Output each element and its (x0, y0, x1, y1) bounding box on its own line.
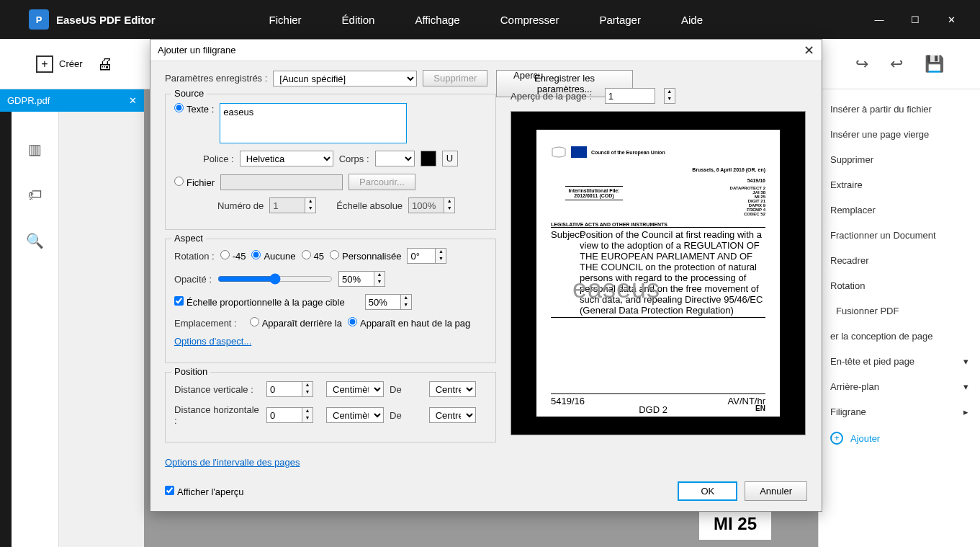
rot-45-label[interactable]: 45 (302, 250, 324, 262)
size-select[interactable] (375, 151, 415, 166)
pages-icon[interactable]: ▥ (28, 141, 42, 158)
panel-crop[interactable]: Recadrer (819, 248, 980, 273)
cancel-button[interactable]: Annuler (745, 481, 807, 501)
vdist-unit-select[interactable]: Centimètres (326, 381, 384, 397)
spin-up-icon[interactable]: ▲ (401, 295, 411, 302)
redo-icon[interactable]: ↪ (855, 55, 868, 74)
spin-down-icon[interactable]: ▼ (444, 205, 454, 213)
panel-split[interactable]: Fractionner un Document (819, 223, 980, 248)
abs-scale-input[interactable] (408, 197, 444, 213)
browse-button[interactable]: Parcourir... (349, 174, 415, 190)
rot-custom-radio[interactable] (330, 250, 339, 259)
top-radio[interactable] (348, 317, 357, 326)
scale-input[interactable] (365, 294, 401, 310)
spin-down-icon[interactable]: ▼ (436, 256, 446, 263)
spin-up-icon[interactable]: ▲ (374, 272, 385, 279)
spin-up-icon[interactable]: ▲ (302, 408, 313, 415)
rot-45-radio[interactable] (302, 250, 311, 259)
spin-down-icon[interactable]: ▼ (305, 205, 315, 213)
close-icon[interactable]: ✕ (944, 14, 958, 25)
file-radio-label[interactable]: Fichier (174, 177, 215, 188)
preview-page-input[interactable] (605, 88, 655, 104)
opacity-slider[interactable] (217, 273, 333, 285)
rot-value-input[interactable] (407, 248, 436, 264)
menu-view[interactable]: Affichage (395, 14, 480, 26)
spin-up-icon[interactable]: ▲ (302, 382, 313, 389)
spin-up-icon[interactable]: ▲ (305, 198, 315, 205)
panel-add[interactable]: + Ajouter (819, 424, 980, 452)
vdist-input[interactable] (266, 381, 302, 397)
spin-down-icon[interactable]: ▼ (665, 96, 675, 103)
menu-file[interactable]: Fichier (249, 14, 322, 26)
panel-insert-file[interactable]: Insérer à partir du fichier (819, 97, 980, 122)
save-icon[interactable]: 💾 (925, 55, 944, 74)
menu-compress[interactable]: Compresser (480, 14, 580, 26)
dialog-close-icon[interactable]: ✕ (804, 43, 814, 58)
hdist-unit-select[interactable]: Centimètres (326, 407, 384, 423)
hdist-input[interactable] (266, 407, 302, 423)
delete-button[interactable]: Supprimer (423, 70, 487, 86)
hdist-from-select[interactable]: Centre (429, 407, 476, 423)
panel-background[interactable]: Arrière-plan▾ (819, 374, 980, 399)
panel-header[interactable]: En-tête et pied page▾ (819, 349, 980, 374)
rot-custom-label[interactable]: Personnalisée (330, 250, 401, 262)
vdist-from-select[interactable]: Centre (429, 381, 476, 397)
watermark-preview: easeus (572, 274, 660, 304)
panel-rotate[interactable]: Rotation (819, 273, 980, 298)
rot-none-radio[interactable] (251, 250, 261, 259)
top-label[interactable]: Apparaît en haut de la pag (348, 317, 470, 329)
color-picker[interactable] (421, 151, 436, 166)
spin-up-icon[interactable]: ▲ (444, 198, 454, 205)
spin-down-icon[interactable]: ▼ (302, 415, 313, 422)
show-preview-checkbox[interactable] (165, 486, 174, 495)
create-button[interactable]: + Créer (36, 55, 83, 73)
text-radio[interactable] (174, 103, 184, 112)
rot-m45-radio[interactable] (220, 250, 230, 259)
underline-button[interactable]: U (442, 151, 458, 166)
page-num-input[interactable] (269, 197, 305, 213)
spin-up-icon[interactable]: ▲ (665, 89, 675, 96)
page-range-link[interactable]: Options de l'intervalle des pages (165, 457, 300, 468)
panel-delete[interactable]: Supprimer (819, 147, 980, 172)
maximize-icon[interactable]: ☐ (908, 14, 922, 25)
position-legend: Position (171, 366, 210, 377)
file-tab[interactable]: GDPR.pdf ✕ (0, 89, 144, 112)
tag-icon[interactable]: 🏷 (28, 187, 42, 203)
file-radio[interactable] (174, 177, 184, 186)
panel-merge[interactable]: Fusionner PDF (819, 298, 980, 324)
panel-replace[interactable]: Remplacer (819, 197, 980, 223)
rot-none-label[interactable]: Aucune (251, 250, 295, 262)
scale-checkbox[interactable] (174, 296, 184, 306)
spin-down-icon[interactable]: ▼ (374, 279, 385, 286)
tab-close-icon[interactable]: ✕ (129, 95, 137, 106)
panel-watermark[interactable]: Filigrane▸ (819, 399, 980, 424)
text-radio-label[interactable]: Texte : (174, 103, 214, 115)
panel-design[interactable]: er la conception de page (819, 324, 980, 349)
minimize-icon[interactable]: — (872, 14, 886, 25)
panel-extract[interactable]: Extraire (819, 172, 980, 197)
opacity-input[interactable] (338, 271, 374, 287)
aspect-options-link[interactable]: Options d'aspect... (174, 336, 251, 347)
undo-icon[interactable]: ↩ (890, 55, 903, 74)
spin-down-icon[interactable]: ▼ (401, 302, 411, 309)
rot-m45-label[interactable]: -45 (220, 250, 246, 262)
ok-button[interactable]: OK (678, 481, 737, 501)
doc-location: Brussels, 6 April 2016 (OR. en) (551, 167, 765, 172)
show-preview-label[interactable]: Afficher l'aperçu (165, 486, 244, 497)
menu-help[interactable]: Aide (661, 14, 723, 26)
saved-params-select[interactable]: [Aucun spécifié] (273, 71, 417, 86)
print-button[interactable]: 🖨 (97, 55, 113, 74)
scale-check-label[interactable]: Échelle proportionnelle à la page cible (174, 296, 345, 308)
source-fieldset: Source Texte : easeus Police : Helvetica… (165, 94, 496, 230)
menu-edit[interactable]: Édition (322, 14, 395, 26)
font-select[interactable]: Helvetica (240, 151, 333, 166)
watermark-text-input[interactable]: easeus (220, 103, 407, 143)
behind-label[interactable]: Apparaît derrière la (250, 317, 342, 329)
spin-down-icon[interactable]: ▼ (302, 389, 313, 396)
spin-up-icon[interactable]: ▲ (436, 249, 446, 256)
file-path-input[interactable] (220, 174, 343, 190)
behind-radio[interactable] (250, 317, 259, 326)
menu-share[interactable]: Partager (579, 14, 661, 26)
search-icon[interactable]: 🔍 (26, 232, 44, 249)
panel-insert-blank[interactable]: Insérer une page vierge (819, 122, 980, 147)
